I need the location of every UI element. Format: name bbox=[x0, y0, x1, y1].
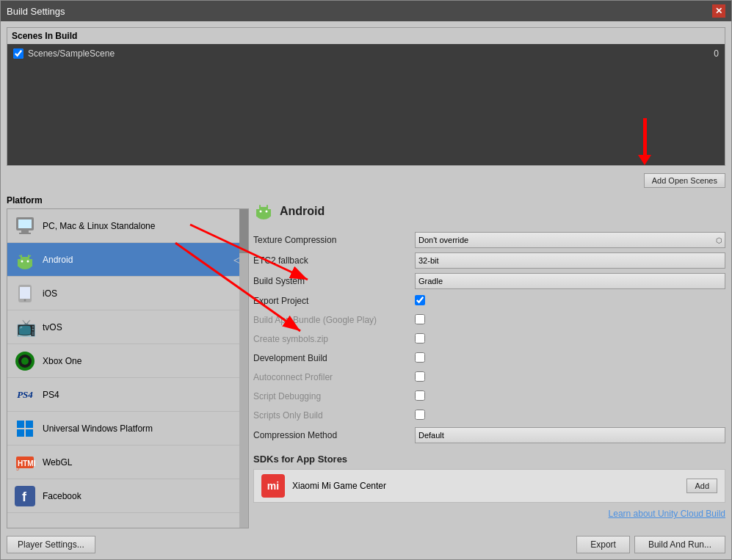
svg-rect-27 bbox=[26, 429, 33, 437]
platform-name-xboxone: Xbox One bbox=[43, 356, 242, 366]
svg-rect-25 bbox=[26, 421, 33, 428]
cloud-build-link[interactable]: Learn about Unity Cloud Build bbox=[253, 509, 725, 519]
platform-item-xboxone[interactable]: Xbox One bbox=[7, 344, 248, 378]
platform-item-webgl[interactable]: HTML5 WebGL bbox=[7, 446, 248, 479]
autoconnect-control bbox=[415, 371, 725, 384]
facebook-icon: f bbox=[13, 484, 37, 508]
platform-item-tvos[interactable]: 📺 tvOS bbox=[7, 310, 248, 344]
settings-row-build-app-bundle: Build App Bundle (Google Play) bbox=[253, 311, 725, 329]
scenes-header: Scenes In Build bbox=[7, 28, 725, 44]
svg-rect-18 bbox=[20, 287, 30, 299]
svg-rect-24 bbox=[17, 421, 24, 428]
settings-row-build-system: Build System Gradle Internal bbox=[253, 272, 725, 291]
export-button[interactable]: Export bbox=[576, 536, 630, 553]
platform-name-uwp: Universal Windows Platform bbox=[43, 423, 242, 434]
build-system-label: Build System bbox=[253, 276, 415, 286]
script-debug-label: Script Debugging bbox=[253, 391, 415, 401]
tvos-icon: 📺 bbox=[13, 316, 37, 339]
svg-text:📺: 📺 bbox=[16, 318, 35, 338]
texture-compression-select[interactable]: Don't override bbox=[415, 232, 725, 248]
platform-item-pc[interactable]: PC, Mac & Linux Standalone bbox=[7, 209, 248, 243]
xiaomi-icon: mi bbox=[261, 474, 285, 498]
etc2-fallback-control: 32-bit bbox=[415, 252, 725, 269]
script-debug-checkbox[interactable] bbox=[415, 390, 425, 401]
export-project-label: Export Project bbox=[253, 296, 415, 306]
platform-item-uwp[interactable]: Universal Windows Platform bbox=[7, 412, 248, 446]
platform-item-ios[interactable]: iOS bbox=[7, 277, 248, 310]
sdk-add-button[interactable]: Add bbox=[686, 479, 717, 493]
build-app-bundle-label: Build App Bundle (Google Play) bbox=[253, 315, 415, 325]
platform-item-ps4[interactable]: PS4 PS4 bbox=[7, 378, 248, 412]
bottom-bar: Learn about Unity Cloud Build bbox=[253, 506, 725, 520]
settings-grid: Texture Compression Don't override ⬡ ETC… bbox=[253, 230, 725, 445]
scrollbar-thumb[interactable] bbox=[239, 209, 248, 253]
add-scenes-row: Add Open Scenes bbox=[7, 170, 725, 191]
android-header-icon bbox=[253, 200, 274, 223]
scenes-list: Scenes/SampleScene 0 bbox=[7, 44, 725, 165]
player-settings-button[interactable]: Player Settings... bbox=[7, 536, 95, 553]
build-system-select[interactable]: Gradle Internal bbox=[415, 273, 725, 289]
build-system-control: Gradle Internal bbox=[415, 273, 725, 289]
export-project-checkbox[interactable] bbox=[415, 295, 425, 305]
scripts-only-control bbox=[415, 410, 725, 422]
dev-build-checkbox[interactable] bbox=[415, 352, 425, 363]
etc2-fallback-label: ETC2 fallback bbox=[253, 255, 415, 266]
platform-item-facebook[interactable]: f Facebook bbox=[7, 479, 248, 513]
svg-text:HTML: HTML bbox=[18, 459, 35, 468]
dev-build-control bbox=[415, 352, 725, 365]
platform-list-inner: PC, Mac & Linux Standalone Android ◁ bbox=[7, 209, 248, 513]
sdk-item-xiaomi: mi Xiaomi Mi Game Center Add bbox=[253, 469, 725, 503]
scene-checkbox[interactable] bbox=[13, 48, 23, 59]
svg-point-36 bbox=[260, 211, 262, 213]
sdk-section-label: SDKs for App Stores bbox=[253, 454, 725, 465]
svg-point-11 bbox=[21, 260, 23, 262]
main-area: Platform PC, Mac & Linux Standalone bbox=[7, 195, 725, 528]
scene-name: Scenes/SampleScene bbox=[28, 48, 115, 59]
platform-name-webgl: WebGL bbox=[43, 457, 242, 468]
add-open-scenes-button[interactable]: Add Open Scenes bbox=[644, 173, 725, 188]
platform-name-tvos: tvOS bbox=[43, 322, 242, 332]
android-header: Android bbox=[253, 195, 725, 228]
platform-panel: Platform PC, Mac & Linux Standalone bbox=[7, 195, 249, 528]
build-settings-window: Build Settings ✕ Scenes In Build Scenes/… bbox=[0, 0, 732, 560]
window-content: Scenes In Build Scenes/SampleScene 0 Add… bbox=[1, 21, 731, 559]
settings-row-texture: Texture Compression Don't override ⬡ bbox=[253, 230, 725, 250]
footer-right: Export Build And Run... bbox=[576, 536, 725, 553]
android-title: Android bbox=[280, 205, 325, 218]
settings-row-compression: Compression Method Default LZ4 LZ4HC bbox=[253, 426, 725, 445]
compression-select[interactable]: Default LZ4 LZ4HC bbox=[415, 427, 725, 443]
platform-name-facebook: Facebook bbox=[43, 491, 242, 501]
scene-item[interactable]: Scenes/SampleScene bbox=[10, 47, 722, 60]
platform-label: Platform bbox=[7, 195, 249, 206]
webgl-icon: HTML5 bbox=[13, 451, 37, 474]
settings-row-autoconnect: Autoconnect Profiler bbox=[253, 368, 725, 386]
pc-icon bbox=[13, 214, 37, 238]
svg-text:5: 5 bbox=[16, 466, 19, 471]
scrollbar-track bbox=[239, 209, 248, 528]
svg-rect-26 bbox=[17, 429, 24, 437]
etc2-fallback-select[interactable]: 32-bit bbox=[415, 252, 725, 269]
platform-list: PC, Mac & Linux Standalone Android ◁ bbox=[7, 208, 249, 528]
svg-rect-6 bbox=[21, 230, 29, 233]
settings-row-export-project: Export Project bbox=[253, 292, 725, 310]
platform-name-ps4: PS4 bbox=[43, 390, 242, 400]
create-symbols-checkbox[interactable] bbox=[415, 333, 425, 343]
platform-item-android[interactable]: Android ◁ bbox=[7, 243, 248, 277]
svg-rect-5 bbox=[18, 219, 32, 228]
sdk-section: SDKs for App Stores mi Xiaomi Mi Game Ce… bbox=[253, 454, 725, 503]
scripts-only-checkbox[interactable] bbox=[415, 410, 425, 420]
close-button[interactable]: ✕ bbox=[712, 4, 725, 18]
scene-index: 0 bbox=[714, 48, 719, 59]
sdk-item-name: Xiaomi Mi Game Center bbox=[292, 481, 679, 491]
build-app-bundle-checkbox[interactable] bbox=[415, 314, 425, 324]
export-project-control bbox=[415, 295, 725, 308]
dev-build-label: Development Build bbox=[253, 353, 415, 363]
platform-name-pc: PC, Mac & Linux Standalone bbox=[43, 221, 242, 231]
script-debug-control bbox=[415, 390, 725, 403]
ios-icon bbox=[13, 282, 37, 305]
build-and-run-button[interactable]: Build And Run... bbox=[634, 536, 725, 553]
autoconnect-checkbox[interactable] bbox=[415, 371, 425, 382]
settings-row-dev-build: Development Build bbox=[253, 349, 725, 367]
android-icon bbox=[13, 248, 37, 272]
footer-bar: Player Settings... Export Build And Run.… bbox=[7, 533, 725, 553]
